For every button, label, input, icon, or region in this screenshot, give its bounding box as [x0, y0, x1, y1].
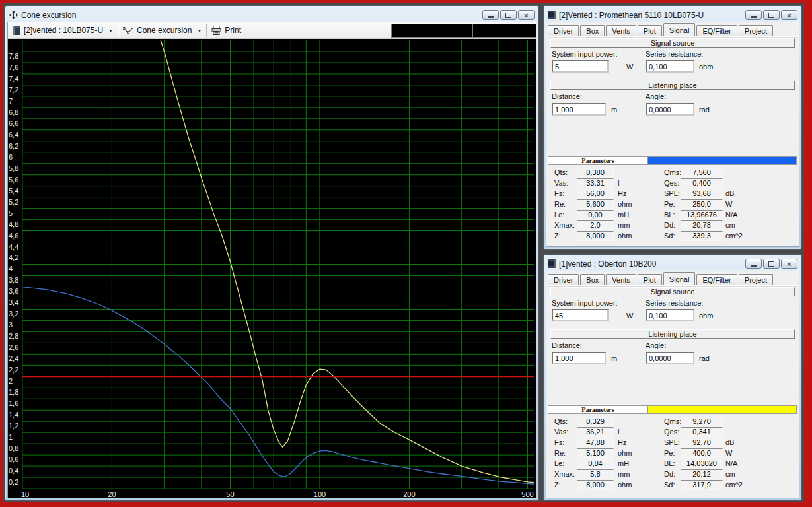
- tab-eq-filter[interactable]: EQ/Filter: [696, 274, 737, 285]
- titlebar[interactable]: [1]vented : Oberton 10B200 ×: [546, 257, 799, 271]
- restore-button[interactable]: [500, 10, 517, 20]
- driver-curve-color-bar[interactable]: [648, 156, 797, 165]
- y-tick-label: 3: [9, 321, 13, 329]
- driver-select-dropdown[interactable]: [2]vented : 10LB075-U ▼: [8, 23, 118, 38]
- y-tick-label: 7: [9, 97, 13, 105]
- close-button[interactable]: ×: [781, 259, 797, 269]
- tab-page-edge: [548, 285, 797, 286]
- tab-plot[interactable]: Plot: [638, 25, 662, 36]
- param-field-xmax[interactable]: 2,0: [577, 220, 614, 230]
- param-field-z[interactable]: 8,000: [577, 480, 614, 490]
- parameters-header: Parameters: [548, 156, 648, 165]
- resistance-input[interactable]: [646, 60, 694, 73]
- param-field-spl[interactable]: 93,68: [681, 189, 723, 199]
- param-field-qms[interactable]: 9,270: [681, 417, 723, 426]
- param-field-vas[interactable]: 33,31: [577, 178, 614, 188]
- param-unit-spl: dB: [725, 438, 734, 446]
- tab-vents[interactable]: Vents: [606, 25, 636, 36]
- angle-input[interactable]: [646, 103, 694, 116]
- y-tick-label: 5,2: [9, 198, 18, 206]
- param-unit-le: mH: [618, 459, 629, 467]
- param-field-pe[interactable]: 250,0: [681, 199, 723, 209]
- tab-signal[interactable]: Signal: [663, 23, 696, 36]
- tab-vents[interactable]: Vents: [606, 274, 636, 285]
- minimize-button[interactable]: [745, 10, 762, 20]
- param-label-bl: BL:: [664, 459, 675, 467]
- param-label-spl: SPL:: [664, 189, 680, 197]
- param-label-vas: Vas:: [554, 179, 568, 187]
- power-input[interactable]: [552, 60, 609, 73]
- graph-type-icon: [123, 26, 133, 34]
- y-tick-label: 4,8: [9, 220, 18, 228]
- param-field-pe[interactable]: 400,0: [681, 448, 723, 458]
- param-field-re[interactable]: 5,100: [577, 448, 614, 458]
- titlebar[interactable]: [2]Vented : Promethean 5110 10LB075-U ×: [546, 8, 799, 22]
- param-field-le[interactable]: 0,84: [577, 459, 614, 469]
- resistance-input[interactable]: [646, 309, 694, 321]
- minimize-button[interactable]: [482, 10, 499, 20]
- y-tick-label: 6,4: [9, 131, 18, 139]
- param-field-qms[interactable]: 7,560: [681, 168, 723, 178]
- distance-input[interactable]: [552, 352, 606, 364]
- param-field-bl[interactable]: 14,03020: [681, 459, 723, 469]
- distance-input[interactable]: [552, 103, 606, 116]
- tab-driver[interactable]: Driver: [548, 274, 579, 285]
- param-field-sd[interactable]: 317,9: [681, 480, 723, 490]
- angle-input[interactable]: [646, 352, 694, 364]
- y-tick-label: 1,6: [9, 399, 18, 407]
- param-field-qts[interactable]: 0,380: [577, 168, 614, 178]
- y-tick-label: 4,2: [9, 254, 18, 262]
- tab-signal[interactable]: Signal: [663, 272, 696, 285]
- param-label-fs: Fs:: [554, 189, 564, 197]
- param-field-sd[interactable]: 339,3: [681, 231, 723, 241]
- param-field-vas[interactable]: 36,21: [577, 427, 614, 437]
- param-field-bl[interactable]: 13,96676: [681, 210, 723, 220]
- restore-button[interactable]: [763, 10, 780, 20]
- tab-box[interactable]: Box: [580, 25, 605, 36]
- param-field-dd[interactable]: 20,12: [681, 469, 723, 479]
- parameters-pane: Parameters Qts:0,380Vas:33,31lFs:56,00Hz…: [546, 152, 799, 246]
- param-field-fs[interactable]: 56,00: [577, 189, 614, 199]
- cone-excursion-plot[interactable]: 7,87,67,47,276,86,66,46,265,85,65,45,254…: [8, 39, 536, 498]
- param-field-qts[interactable]: 0,329: [577, 417, 614, 426]
- minimize-icon: [751, 265, 757, 267]
- tab-eq-filter[interactable]: EQ/Filter: [696, 25, 737, 36]
- driver-curve-color-bar[interactable]: [648, 405, 797, 414]
- tab-project[interactable]: Project: [739, 274, 773, 285]
- param-field-le[interactable]: 0,00: [577, 210, 614, 220]
- driver-select-label: [2]vented : 10LB075-U: [24, 26, 103, 35]
- minimize-icon: [488, 16, 494, 18]
- param-label-dd: Dd:: [664, 470, 675, 478]
- close-button[interactable]: ×: [518, 10, 535, 20]
- tab-box[interactable]: Box: [580, 274, 605, 285]
- param-field-fs[interactable]: 47,88: [577, 438, 614, 448]
- minimize-button[interactable]: [745, 259, 762, 269]
- param-field-re[interactable]: 5,600: [577, 199, 614, 209]
- param-label-qts: Qts:: [554, 168, 568, 176]
- y-tick-label: 0,4: [9, 467, 18, 475]
- tab-project[interactable]: Project: [739, 25, 773, 36]
- close-button[interactable]: ×: [781, 10, 797, 20]
- tab-bar: DriverBoxVentsPlotSignalEQ/FilterProject: [548, 24, 797, 36]
- print-label: Print: [225, 26, 241, 35]
- param-unit-vas: l: [618, 428, 619, 436]
- tab-driver[interactable]: Driver: [548, 25, 579, 36]
- tab-plot[interactable]: Plot: [638, 274, 662, 285]
- restore-button[interactable]: [763, 259, 780, 269]
- param-field-xmax[interactable]: 5,8: [577, 469, 614, 479]
- driver-window-oberton: [1]vented : Oberton 10B200 × DriverBoxVe…: [543, 254, 802, 501]
- power-input[interactable]: [552, 309, 609, 321]
- param-field-qes[interactable]: 0,341: [681, 427, 723, 437]
- param-field-z[interactable]: 8,000: [577, 231, 614, 241]
- x-tick-label: 500: [521, 490, 533, 498]
- minimize-icon: [751, 16, 757, 18]
- y-tick-label: 3,6: [9, 287, 18, 295]
- titlebar[interactable]: Cone excursion ×: [7, 8, 536, 22]
- graph-select-dropdown[interactable]: Cone excursion ▼: [118, 23, 206, 38]
- print-button[interactable]: Print: [207, 23, 246, 38]
- param-label-z: Z:: [554, 232, 561, 240]
- param-field-dd[interactable]: 20,78: [681, 220, 723, 230]
- param-field-qes[interactable]: 0,400: [681, 178, 723, 188]
- param-field-spl[interactable]: 92,70: [681, 438, 723, 448]
- param-unit-pe: W: [725, 200, 732, 208]
